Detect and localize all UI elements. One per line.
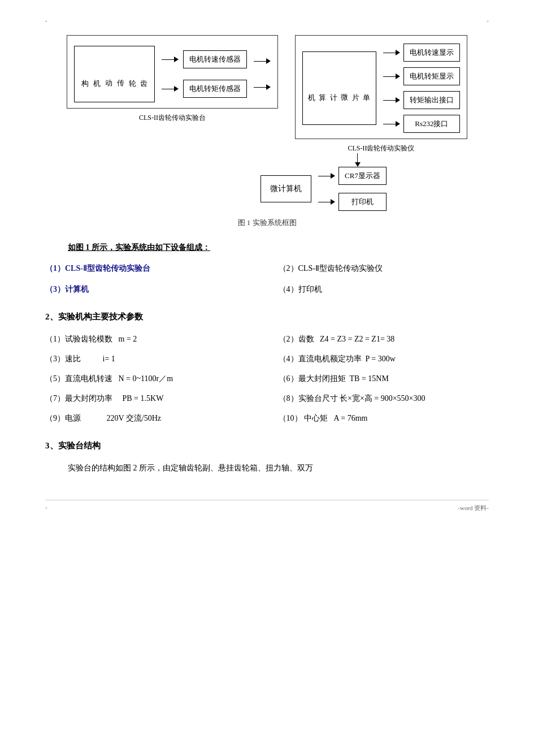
arrow-to-out1 — [383, 50, 400, 55]
section1-intro: 如图 1 所示，实验系统由如下设备组成： — [68, 239, 489, 257]
arrow-to-out2 — [383, 74, 400, 79]
param7-label: （7）最大封闭功率 — [45, 394, 112, 403]
output-row-2: 电机转矩显示 — [383, 67, 460, 85]
section3: 3、实验台结构 实验台的结构如图 2 所示，由定轴齿轮副、悬挂齿轮箱、扭力轴、双… — [45, 437, 489, 477]
section2-title: 2、实验机构主要技术参数 — [45, 308, 489, 325]
bottom-outputs: CR7显示器 打印机 — [318, 167, 387, 211]
section1-items-row2: （3）计算机 （4）打印机 — [45, 281, 489, 299]
down-arrow — [355, 153, 361, 167]
param3-label: （3）速比 — [45, 355, 81, 363]
header-right: - — [487, 17, 489, 24]
sensors-col: 电机转速传感器 电机转矩传感器 — [162, 50, 247, 98]
param2: （2）齿数 Z4 = Z3 = Z2 = Z1= 38 — [279, 331, 489, 348]
sensor1-box: 电机转速传感器 — [183, 50, 247, 68]
param8-label: （8）实验台尺寸 长×宽×高 = 900×550×300 — [279, 394, 426, 403]
param6-label: （6）最大封闭扭矩 — [279, 374, 346, 383]
arrow-out-2 — [254, 84, 271, 90]
param1-val: m = 2 — [119, 335, 137, 343]
page-header: - - — [45, 17, 489, 24]
output4-box: Rs232接口 — [403, 115, 460, 133]
param3-val: i= 1 — [103, 355, 115, 363]
param6: （6）最大封闭扭矩 TB = 15NM — [279, 370, 489, 388]
left-panel-content: 齿轮传动机构 电机转速传感器 — [74, 46, 271, 102]
sensor-row-1: 电机转速传感器 — [162, 50, 247, 68]
left-panel-title: CLS-II齿轮传动实验台 — [139, 113, 206, 123]
section1-items-row1: （1）CLS-Ⅱ型齿轮传动实验台 （2）CLS-Ⅱ型齿轮传动实验仪 — [45, 260, 489, 278]
section2-row3: （5）直流电机转速 N = 0~1100r／m （6）最大封闭扭矩 TB = 1… — [45, 370, 489, 388]
param3: （3）速比 i= 1 — [45, 351, 256, 368]
right-panel-content: 单片微计算机 电机转速显示 — [302, 44, 460, 133]
param4-label: （4）直流电机额定功率 — [279, 355, 362, 363]
diagram-top-row: 齿轮传动机构 电机转速传感器 — [67, 35, 467, 153]
bottom-out-row-1: CR7显示器 — [318, 167, 387, 185]
param10-label: （10） 中心矩 — [279, 414, 328, 422]
output-arrows: 电机转速显示 电机转矩显示 转矩输出接口 — [383, 44, 460, 133]
diagram-wrapper: 齿轮传动机构 电机转速传感器 — [45, 35, 489, 211]
param5-val: N = 0~1100r／m — [119, 374, 173, 383]
arrow-to-printer — [318, 199, 335, 205]
arrow-to-out3 — [383, 97, 400, 103]
out-arrows-left — [254, 58, 271, 90]
sensor-row-2: 电机转矩传感器 — [162, 80, 247, 98]
down-arrow-wrapper — [355, 153, 361, 167]
right-panel: 单片微计算机 电机转速显示 — [295, 35, 467, 139]
param9-val: 220V 交流/50Hz — [107, 414, 162, 422]
param4: （4）直流电机额定功率 P = 300w — [279, 351, 489, 368]
param7: （7）最大封闭功率 PB = 1.5KW — [45, 390, 256, 408]
right-panel-container: 单片微计算机 电机转速显示 — [295, 35, 467, 153]
arrow-to-sensor1 — [162, 57, 179, 62]
left-panel-container: 齿轮传动机构 电机转速传感器 — [67, 35, 278, 123]
section1-item3: （3）计算机 — [45, 281, 256, 299]
printer-box: 打印机 — [338, 193, 387, 211]
section3-title: 3、实验台结构 — [45, 437, 489, 454]
gear-box: 齿轮传动机构 — [74, 46, 155, 102]
param1: （1）试验齿轮模数 m = 2 — [45, 331, 256, 348]
bottom-row: 微计算机 CR7显示器 打印机 — [261, 167, 387, 211]
section1-item4: （4）打印机 — [279, 281, 489, 299]
fig-caption: 图 1 实验系统框图 — [45, 218, 489, 228]
param9: （9）电源 220V 交流/50Hz — [45, 410, 256, 427]
output3-box: 转矩输出接口 — [403, 91, 460, 109]
section2-row4: （7）最大封闭功率 PB = 1.5KW （8）实验台尺寸 长×宽×高 = 90… — [45, 390, 489, 408]
footer-left: - — [45, 504, 47, 512]
right-panel-title: CLS-II齿轮传动实验仪 — [348, 144, 414, 153]
section1: 如图 1 所示，实验系统由如下设备组成： （1）CLS-Ⅱ型齿轮传动实验台 （2… — [45, 239, 489, 298]
param2-label: （2）齿数 — [279, 335, 314, 343]
bottom-computer-box: 微计算机 — [261, 175, 311, 202]
output2-box: 电机转矩显示 — [403, 67, 460, 85]
micro-computer-box: 单片微计算机 — [302, 51, 376, 125]
section2-row2: （3）速比 i= 1 （4）直流电机额定功率 P = 300w — [45, 351, 489, 368]
arrow-out-1 — [254, 58, 271, 64]
page-footer: - -word 资料- — [45, 500, 489, 512]
param5: （5）直流电机转速 N = 0~1100r／m — [45, 370, 256, 388]
section3-intro: 实验台的结构如图 2 所示，由定轴齿轮副、悬挂齿轮箱、扭力轴、双万 — [68, 460, 489, 477]
output-row-4: Rs232接口 — [383, 115, 460, 133]
section2-row5: （9）电源 220V 交流/50Hz （10） 中心矩 A = 76mm — [45, 410, 489, 427]
left-panel: 齿轮传动机构 电机转速传感器 — [67, 35, 278, 109]
sensor2-box: 电机转矩传感器 — [183, 80, 247, 98]
param1-label: （1）试验齿轮模数 — [45, 335, 112, 343]
section1-item2: （2）CLS-Ⅱ型齿轮传动实验仪 — [279, 260, 489, 278]
arrow-to-sensor2 — [162, 86, 179, 92]
param10: （10） 中心矩 A = 76mm — [279, 410, 489, 427]
output1-box: 电机转速显示 — [403, 44, 460, 62]
section2: 2、实验机构主要技术参数 （1）试验齿轮模数 m = 2 （2）齿数 Z4 = … — [45, 308, 489, 427]
param8: （8）实验台尺寸 长×宽×高 = 900×550×300 — [279, 390, 489, 408]
output-row-1: 电机转速显示 — [383, 44, 460, 62]
footer-right: -word 资料- — [458, 504, 489, 512]
output-row-3: 转矩输出接口 — [383, 91, 460, 109]
param2-val: Z4 = Z3 = Z2 = Z1= 38 — [320, 335, 394, 343]
arrow-to-crt — [318, 173, 335, 179]
bottom-out-row-2: 打印机 — [318, 193, 387, 211]
param7-val: PB = 1.5KW — [123, 394, 164, 403]
param5-label: （5）直流电机转速 — [45, 374, 112, 383]
crt-box: CR7显示器 — [338, 167, 387, 185]
section1-item1: （1）CLS-Ⅱ型齿轮传动实验台 — [45, 260, 256, 278]
header-left: - — [45, 17, 47, 24]
param4-val: P = 300w — [366, 355, 396, 363]
section2-row1: （1）试验齿轮模数 m = 2 （2）齿数 Z4 = Z3 = Z2 = Z1=… — [45, 331, 489, 348]
param10-val: A = 76mm — [334, 414, 368, 422]
param6-val: TB = 15NM — [350, 374, 389, 383]
arrow-to-out4 — [383, 121, 400, 127]
param9-label: （9）电源 — [45, 414, 81, 422]
